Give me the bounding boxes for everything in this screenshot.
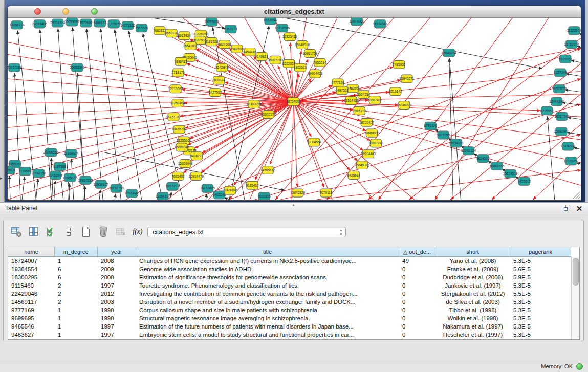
graph-node-label: 10455702 [172, 127, 187, 131]
graph-node-label: 7955214 [313, 61, 326, 64]
table-row[interactable]: 1456911722003Disruption of a novel membe… [8, 298, 579, 306]
graph-node-label: 9146821 [255, 55, 268, 58]
split-pane-handle[interactable]: ▲ [292, 203, 296, 207]
graph-node-label: 15751074 [564, 42, 579, 46]
minimize-window-button[interactable] [62, 8, 69, 15]
close-window-button[interactable] [34, 8, 41, 15]
network-canvas[interactable]: 1405572420891406209317141065328715276026… [8, 18, 581, 200]
create-column-button[interactable] [80, 226, 92, 238]
table-header-row: namein_degreeyeartitle△ out_de...shortpa… [8, 247, 579, 257]
select-visible-columns-button[interactable] [46, 226, 57, 238]
column-header-short[interactable]: short [435, 247, 510, 257]
cell: Embryonic stem cells: a model to study s… [136, 331, 399, 339]
column-header-out_de[interactable]: △ out_de... [399, 247, 435, 257]
cell: 0 [399, 281, 435, 290]
cell: 22420046 [8, 290, 55, 298]
graph-node-label: 23302173 [261, 113, 276, 116]
expand-panel-icon[interactable]: ▸ [0, 176, 3, 181]
graph-node-label: 11451947 [48, 173, 63, 177]
column-header-in_degree[interactable]: in_degree [55, 247, 98, 257]
cell: 1 [55, 306, 98, 314]
graph-node-label: 17016534 [560, 144, 575, 148]
graph-node-label: 16914463 [361, 152, 376, 156]
graph-node-label: 10124519 [503, 172, 518, 176]
cell: 5.3E-5 [510, 314, 571, 322]
graph-node-label: 15609948 [178, 162, 193, 165]
cell: de Silva et al. (2003) [435, 298, 510, 306]
graph-edges [8, 18, 581, 200]
graph-node-label: 15692971 [554, 129, 569, 133]
close-panel-icon[interactable]: ✕ [575, 204, 584, 213]
cell: 2008 [98, 257, 136, 265]
column-header-name[interactable]: name [8, 247, 55, 257]
table-row[interactable]: 946554611997Estimation of the future num… [8, 322, 579, 331]
graph-node-label: 8215953 [540, 109, 554, 113]
cell: Jankovic et al. (1997) [435, 281, 510, 290]
table-panel-body: f(x) citations_edges.txt ▲▼ namein_degre… [3, 220, 584, 341]
graph-node-label: 6466163 [93, 21, 106, 25]
graph-node-label: 11075358 [564, 159, 579, 163]
column-header-year[interactable]: year [98, 247, 136, 257]
cell: 1 [55, 322, 98, 331]
graph-node-label: 11253464 [170, 101, 185, 105]
zoom-window-button[interactable] [91, 8, 98, 15]
graph-node-label: 9115460 [246, 184, 259, 187]
scrollbar-thumb[interactable] [573, 258, 579, 286]
graph-node-label: 20206556 [43, 150, 58, 154]
graph-node-label: 9827509 [193, 38, 207, 42]
cell: 18300295 [8, 273, 55, 281]
graph-node-label: 9624502 [476, 157, 490, 160]
graph-node-label: 12923446 [124, 191, 139, 195]
cell: 5.3E-5 [510, 331, 571, 339]
table-row[interactable]: 1938455462009Genome-wide association stu… [8, 265, 579, 273]
graph-node-label: 10719155 [106, 22, 121, 26]
graph-node-label: 9242848 [215, 66, 229, 70]
graph-node-label: 8522057 [282, 62, 296, 65]
row-height-button[interactable] [63, 226, 74, 238]
table-row[interactable]: 946362711997Embryonic stem cells: a mode… [8, 331, 579, 339]
memory-ok-indicator[interactable] [576, 363, 583, 370]
graph-node-label: 12093832 [552, 87, 567, 91]
table-row[interactable]: 1872400712008Changes of HCN gene express… [8, 257, 579, 265]
graph-node-label: 9660128 [165, 31, 178, 35]
cell: Yano et al. (2008) [435, 257, 510, 265]
cell: Structural magnetic resonance image aver… [136, 314, 399, 322]
table-mode-button[interactable] [11, 226, 22, 238]
graph-node-label: 9857791 [166, 185, 179, 188]
table-panel-header: Table Panel ▲ ✕ [0, 202, 588, 215]
cell: 0 [399, 265, 435, 273]
cell: 2009 [98, 265, 136, 273]
collapsed-control-panel[interactable]: ▸ [0, 0, 5, 202]
table-row[interactable]: 2242004622012Investigating the contribut… [8, 290, 579, 298]
function-builder-button[interactable]: f(x) [133, 228, 142, 236]
graph-node-label: 21364436 [344, 99, 359, 102]
cell: 1997 [98, 331, 136, 339]
cell: 5.5E-5 [510, 290, 571, 298]
graph-node-label: 10688609 [364, 131, 379, 135]
table-row[interactable]: 977716911998Corpus callosum shape and si… [8, 306, 579, 314]
cell: 5.9E-5 [510, 273, 571, 281]
table-select-dropdown[interactable]: citations_edges.txt ▲▼ [147, 227, 346, 237]
cell: 1 [55, 314, 98, 322]
column-header-pagerank[interactable]: pagerank [510, 247, 571, 257]
graph-node-label: 11122584 [567, 29, 581, 32]
table-vertical-scrollbar[interactable] [571, 257, 579, 339]
network-window-titlebar[interactable]: citations_edges.txt [8, 6, 581, 18]
delete-table-button[interactable] [115, 226, 126, 238]
cell: 9465546 [8, 322, 55, 331]
application-window: ▸ citations_edges.txt [0, 0, 588, 372]
cell: 9699695 [8, 314, 55, 322]
table-row[interactable]: 911546021997Tourette syndrome. Phenomeno… [8, 281, 579, 290]
graph-node-label: 15718485 [200, 187, 215, 190]
graph-node-label: 3624554 [357, 93, 371, 96]
float-panel-icon[interactable] [562, 204, 572, 213]
table-row[interactable]: 969969511998Structural magnetic resonanc… [8, 314, 579, 322]
show-columns-button[interactable] [28, 226, 39, 238]
column-header-title[interactable]: title [136, 247, 399, 257]
graph-node-label: 20931714 [50, 21, 65, 25]
canvas-resize-grip[interactable] [573, 192, 580, 199]
network-graph-svg[interactable]: 1405572420891406209317141065328715276026… [8, 18, 581, 200]
table-row[interactable]: 1830029562008Estimation of significance … [8, 273, 579, 281]
cell: Genome-wide association studies in ADHD. [136, 265, 399, 273]
delete-columns-button[interactable] [98, 226, 109, 238]
